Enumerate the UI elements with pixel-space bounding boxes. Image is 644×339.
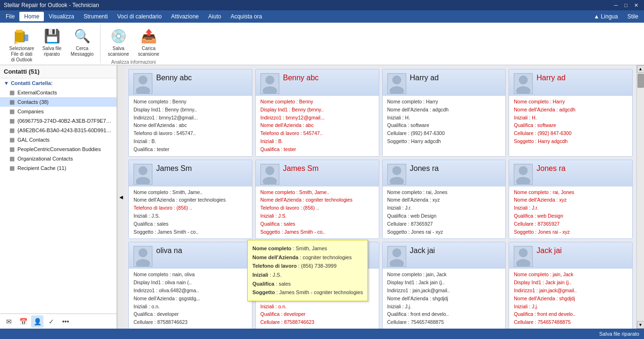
sidebar-item-external[interactable]: ▦ ExternalContacts bbox=[0, 88, 117, 97]
svg-point-20 bbox=[265, 166, 274, 175]
ribbon-btn-load-scan[interactable]: 📤 Carica scansione bbox=[134, 26, 163, 59]
svg-text:📂: 📂 bbox=[14, 40, 19, 45]
svg-point-8 bbox=[265, 76, 274, 85]
window-controls: ─ □ ✕ bbox=[612, 2, 640, 8]
contact-field: Cellulare : (992) 847-6300 bbox=[514, 129, 627, 137]
contact-card-body: Nome completo : rai, JonesNome dell'Azie… bbox=[509, 186, 632, 239]
sidebar-collapse-btn[interactable]: ◀ bbox=[117, 65, 125, 329]
contact-avatar bbox=[134, 246, 152, 267]
svg-point-17 bbox=[139, 166, 148, 175]
menu-bar: File Home Visualizza Strumenti Voci di c… bbox=[0, 10, 644, 23]
menu-file[interactable]: File bbox=[1, 12, 19, 21]
ribbon-btn-search[interactable]: 🔍 Cerca Messaggio bbox=[68, 26, 96, 59]
contact-avatar bbox=[514, 246, 533, 267]
contact-field: Nome completo : jain, Jack bbox=[387, 271, 501, 279]
contact-field: Cellulare : 754657488875 bbox=[514, 318, 627, 326]
sidebar-item-companies[interactable]: ▦ Companies bbox=[0, 107, 117, 116]
menu-strumenti[interactable]: Strumenti bbox=[79, 12, 112, 21]
svg-point-11 bbox=[392, 76, 401, 85]
contact-card-body: Nome completo : Smith, Jame..Nome dell'A… bbox=[256, 186, 379, 239]
external-contacts-icon: ▦ bbox=[9, 89, 15, 96]
contact-card-header: Benny abc bbox=[129, 69, 252, 96]
contact-card[interactable]: Benny abcNome completo : BennyDisplay In… bbox=[255, 69, 379, 157]
menu-calendario[interactable]: Voci di calendario bbox=[113, 12, 167, 21]
contact-card[interactable]: Jack jaiNome completo : jain, JackDispla… bbox=[382, 242, 506, 329]
guid1-icon: ▦ bbox=[9, 118, 15, 124]
contact-field: Soggetto : James Smith - co.. bbox=[134, 228, 247, 236]
maximize-button[interactable]: □ bbox=[622, 2, 629, 8]
ribbon-group-analyze: 💿 Salva scansione 📤 Carica scansione Ana… bbox=[100, 25, 167, 63]
menu-home[interactable]: Home bbox=[19, 12, 44, 21]
svg-point-5 bbox=[139, 76, 148, 85]
contact-card-body: Nome completo : Smith, Jame..Nome dell'A… bbox=[129, 186, 252, 239]
ribbon-btn-save[interactable]: 💾 Salva file riparato bbox=[38, 26, 66, 59]
contact-field: Nome completo : rai, Jones bbox=[514, 188, 627, 196]
nav-tasks-button[interactable]: ✓ bbox=[45, 315, 58, 328]
contact-field: Nome completo : Smith, Jame.. bbox=[260, 188, 374, 196]
contact-field: Nome dell'Azienda : cogniter technologie… bbox=[134, 196, 247, 204]
contact-field: Iniziali : B. bbox=[134, 137, 247, 145]
contact-card-body: Nome completo : jain, JackDisplay Ind1 :… bbox=[509, 269, 632, 329]
contact-card[interactable]: James SmNome completo : Smith, Jame..Nom… bbox=[255, 160, 379, 239]
contact-card[interactable]: James SmNome completo : Smith, Jame..Nom… bbox=[128, 160, 252, 239]
contact-card[interactable]: Benny abcNome completo : BennyDisplay In… bbox=[128, 69, 252, 157]
menu-acquista[interactable]: Acquista ora bbox=[226, 12, 267, 21]
contact-field: Qualifica : software bbox=[514, 121, 627, 129]
contact-field: Telefono di lavoro : 545747.. bbox=[260, 129, 374, 137]
contact-field: Display Ind1 : Benny (brnny.. bbox=[134, 106, 247, 114]
contact-card-header: Jones ra bbox=[383, 160, 506, 186]
scroll-up-btn[interactable]: ▲ bbox=[637, 65, 644, 73]
contact-field: Iniziali : H. bbox=[387, 114, 501, 122]
scroll-thumb[interactable] bbox=[637, 74, 644, 88]
select-file-icon: 📂 bbox=[13, 28, 30, 45]
sidebar-item-recipient-cache[interactable]: ▦ Recipient Cache (11) bbox=[0, 163, 117, 173]
contact-field: Iniziali : H. bbox=[514, 114, 627, 122]
contact-card-header: Harry ad bbox=[383, 69, 506, 96]
menu-visualizza[interactable]: Visualizza bbox=[44, 12, 79, 21]
contact-field: Qualifica : sales bbox=[134, 220, 247, 228]
scroll-down-btn[interactable]: ▼ bbox=[637, 321, 644, 329]
contact-field: Nome completo : Benny bbox=[134, 98, 247, 106]
contact-field: Nome dell'Azienda : shgdjdj bbox=[387, 295, 501, 303]
nav-contacts-button[interactable]: 👤 bbox=[31, 315, 43, 328]
contact-card[interactable]: Jones raNome completo : rai, JonesNome d… bbox=[382, 160, 506, 239]
menu-stile[interactable]: Stile bbox=[623, 12, 643, 21]
status-bar: Salva file riparato bbox=[0, 329, 644, 339]
sidebar-item-org-contacts[interactable]: ▦ Organizational Contacts bbox=[0, 154, 117, 163]
nav-mail-button[interactable]: ✉ bbox=[3, 315, 15, 328]
contact-card[interactable]: Jones raNome completo : rai, JonesNome d… bbox=[509, 160, 633, 239]
contact-name: Harry ad bbox=[536, 73, 565, 83]
contacts-count: Contatti (51) bbox=[4, 68, 40, 75]
sidebar-item-contacts[interactable]: ▦ Contacts (38) bbox=[0, 97, 117, 107]
ribbon-btn-save-scan[interactable]: 💿 Salva scansione bbox=[104, 26, 133, 59]
contact-field: Cellulare : (992) 847-6300 bbox=[387, 129, 501, 137]
scroll-track bbox=[637, 73, 644, 321]
contact-field: Qualifica : tester bbox=[260, 145, 374, 153]
nav-calendar-button[interactable]: 📅 bbox=[17, 315, 29, 328]
sidebar-item-guid1[interactable]: ▦ {06967759-274D-40B2-A3EB-D7F9E73727... bbox=[0, 116, 117, 126]
sidebar-item-guid2[interactable]: ▦ {A9E2BC46-B3A0-4243-B315-60D9910044... bbox=[0, 126, 117, 135]
sidebar-item-people-centric[interactable]: ▦ PeopleCentricConversation Buddies bbox=[0, 144, 117, 154]
ribbon-group-analyze-label: Analizza informazioni bbox=[111, 59, 156, 65]
contact-name: Harry ad bbox=[410, 73, 439, 83]
close-button[interactable]: ✕ bbox=[632, 2, 640, 8]
contact-avatar bbox=[387, 246, 406, 267]
people-centric-icon: ▦ bbox=[9, 146, 15, 153]
menu-aiuto[interactable]: Aiuto bbox=[203, 12, 226, 21]
contact-card[interactable]: oliva naNome completo : nain, olivaDispl… bbox=[128, 242, 252, 329]
contact-card-body: Nome completo : HarryNome dell'Azienda :… bbox=[509, 96, 632, 148]
recipient-cache-icon: ▦ bbox=[9, 165, 15, 171]
menu-attivazione[interactable]: Attivazione bbox=[167, 12, 204, 21]
contact-card[interactable]: Harry adNome completo : HarryNome dell'A… bbox=[382, 69, 506, 157]
contact-card-header: Jack jai bbox=[509, 242, 632, 269]
nav-more-button[interactable]: ••• bbox=[59, 315, 72, 328]
contact-field: Telefono di lavoro : (856) .. bbox=[260, 204, 374, 212]
sidebar-item-gal[interactable]: ▦ GAL Contacts bbox=[0, 135, 117, 144]
contact-card-header: Harry ad bbox=[509, 69, 632, 96]
contact-card[interactable]: Jack jaiNome completo : jain, JackDispla… bbox=[509, 242, 633, 329]
minimize-button[interactable]: ─ bbox=[612, 2, 620, 8]
ribbon-btn-select-file[interactable]: 📂 Selezionare File di dati di Outlook bbox=[8, 26, 36, 64]
contact-card-body: Nome completo : BennyDisplay Ind1 : Benn… bbox=[129, 96, 252, 156]
contact-card[interactable]: Harry adNome completo : HarryNome dell'A… bbox=[509, 69, 633, 157]
menu-lingua[interactable]: ▲ Lingua bbox=[589, 12, 622, 21]
